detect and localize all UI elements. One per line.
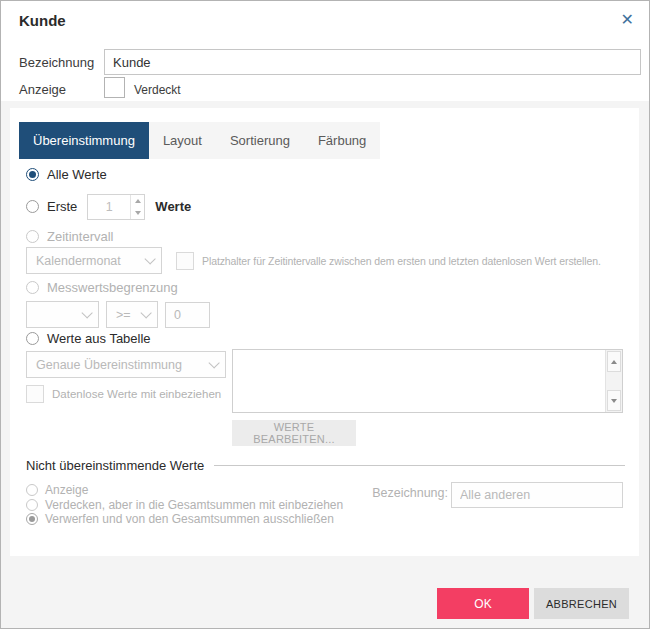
unmatched-verdecken-label: Verdecken, aber in die Gesamtsummen mit …	[45, 498, 343, 512]
radio-row-anzeige: Anzeige	[26, 483, 88, 497]
ok-button[interactable]: OK	[437, 588, 529, 619]
radio-row-erste: Erste 1 Werte	[26, 193, 191, 220]
bezeichnung-input[interactable]	[104, 49, 641, 75]
verdeckt-label: Verdeckt	[134, 83, 181, 97]
scroll-down-icon	[611, 399, 617, 403]
alle-werte-label: Alle Werte	[47, 167, 107, 182]
zeitintervall-label: Zeitintervall	[47, 229, 113, 244]
radio-row-verwerfen: Verwerfen und von den Gesamtsummen aussc…	[26, 512, 334, 526]
scroll-up-icon	[611, 360, 617, 364]
datenlose-checkbox[interactable]	[26, 385, 44, 403]
tab-layout[interactable]: Layout	[149, 122, 216, 159]
unmatched-verwerfen-label: Verwerfen und von den Gesamtsummen aussc…	[45, 512, 334, 526]
stepper-buttons[interactable]	[130, 195, 144, 219]
dialog-body: Übereinstimmung Layout Sortierung Färbun…	[1, 101, 649, 628]
operator-dropdown-value: >=	[116, 308, 131, 322]
limit-value-input[interactable]	[165, 302, 210, 328]
chevron-down-icon	[81, 307, 92, 318]
unmatched-verwerfen-radio[interactable]	[26, 513, 38, 525]
match-mode-dropdown-value: Genaue Übereinstimmung	[36, 358, 182, 372]
radio-row-messwertsbegrenzung: Messwertsbegrenzung	[26, 280, 178, 294]
zeitintervall-radio[interactable]	[26, 230, 39, 243]
erste-count-value: 1	[88, 195, 130, 219]
unmatched-anzeige-label: Anzeige	[45, 483, 88, 497]
radio-row-alle-werte: Alle Werte	[26, 167, 107, 182]
scroll-up-button[interactable]	[607, 351, 621, 372]
stepper-down-icon[interactable]	[135, 211, 141, 215]
unmatched-bezeichnung-label: Bezeichnung:	[362, 486, 448, 500]
cancel-button[interactable]: ABBRECHEN	[534, 588, 629, 619]
verdeckt-checkbox[interactable]	[104, 77, 125, 98]
dialog-title: Kunde	[19, 12, 66, 29]
messwertsbegrenzung-label: Messwertsbegrenzung	[47, 280, 178, 295]
interval-dropdown[interactable]: Kalendermonat	[26, 247, 162, 274]
alle-werte-radio[interactable]	[26, 168, 39, 181]
stepper-up-icon[interactable]	[135, 199, 141, 203]
close-icon[interactable]: ✕	[621, 10, 634, 30]
tab-panel: Übereinstimmung Layout Sortierung Färbun…	[10, 108, 639, 556]
werte-bearbeiten-button[interactable]: WERTE BEARBEITEN...	[232, 420, 356, 446]
platzhalter-label: Platzhalter für Zeitintervalle zwischen …	[202, 255, 601, 267]
values-listbox[interactable]	[232, 349, 623, 413]
measure-dropdown[interactable]	[26, 301, 99, 328]
scroll-down-button[interactable]	[607, 390, 621, 411]
erste-label: Erste	[47, 199, 77, 214]
datenlose-label: Datenlose Werte mit einbeziehen	[52, 388, 221, 400]
werte-aus-tabelle-label: Werte aus Tabelle	[47, 331, 151, 346]
bezeichnung-label: Bezeichnung	[19, 55, 94, 70]
chevron-down-icon	[208, 357, 219, 368]
chevron-down-icon	[140, 307, 151, 318]
datenlose-row: Datenlose Werte mit einbeziehen	[26, 385, 221, 403]
match-mode-row: Genaue Übereinstimmung	[26, 351, 226, 378]
section-divider	[214, 465, 625, 466]
operator-dropdown[interactable]: >=	[106, 301, 158, 328]
match-mode-dropdown[interactable]: Genaue Übereinstimmung	[26, 351, 226, 378]
radio-row-zeitintervall: Zeitintervall	[26, 229, 113, 243]
tab-bar: Übereinstimmung Layout Sortierung Färbun…	[19, 122, 380, 159]
messwertsbegrenzung-radio[interactable]	[26, 281, 39, 294]
unmatched-section-header: Nicht übereinstimmende Werte	[26, 458, 625, 473]
unmatched-verdecken-radio[interactable]	[26, 499, 38, 511]
chevron-down-icon	[144, 253, 155, 264]
werte-aus-tabelle-radio[interactable]	[26, 332, 39, 345]
tab-uebereinstimmung[interactable]: Übereinstimmung	[19, 122, 149, 159]
werte-label: Werte	[155, 199, 191, 214]
zeitintervall-controls: Kalendermonat Platzhalter für Zeitinterv…	[26, 247, 639, 274]
radio-row-werte-aus-tabelle: Werte aus Tabelle	[26, 331, 151, 345]
unmatched-anzeige-radio[interactable]	[26, 484, 38, 496]
unmatched-header-label: Nicht übereinstimmende Werte	[26, 458, 204, 473]
tab-sortierung[interactable]: Sortierung	[216, 122, 304, 159]
radio-row-verdecken: Verdecken, aber in die Gesamtsummen mit …	[26, 498, 343, 512]
platzhalter-checkbox[interactable]	[176, 252, 194, 270]
unmatched-bezeichnung-input[interactable]	[451, 482, 623, 508]
messwert-controls: >=	[26, 301, 210, 328]
interval-dropdown-value: Kalendermonat	[36, 254, 121, 268]
kunde-dialog: Kunde ✕ Bezeichnung Anzeige Verdeckt Übe…	[0, 0, 650, 629]
erste-count-stepper[interactable]: 1	[87, 194, 145, 220]
tab-faerbung[interactable]: Färbung	[304, 122, 380, 159]
erste-radio[interactable]	[26, 200, 39, 213]
anzeige-label: Anzeige	[19, 82, 66, 97]
listbox-scrollbar[interactable]	[605, 350, 622, 412]
